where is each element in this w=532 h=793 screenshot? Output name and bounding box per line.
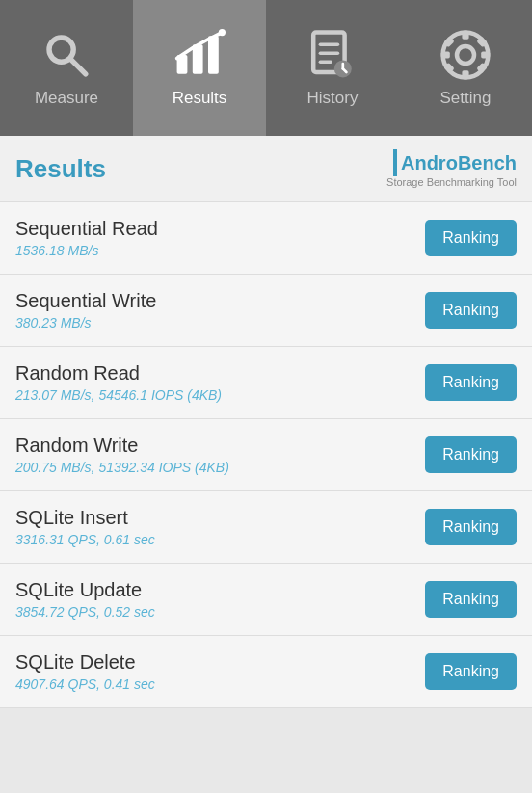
result-info: Random Read 213.07 MB/s, 54546.1 IOPS (4… bbox=[15, 362, 222, 403]
svg-point-5 bbox=[219, 29, 226, 36]
gear-icon bbox=[439, 29, 492, 81]
result-info: Sequential Read 1536.18 MB/s bbox=[15, 218, 158, 258]
nav-label-history: History bbox=[307, 89, 359, 108]
result-name: SQLite Update bbox=[15, 579, 155, 601]
brand-name: AndroBench bbox=[401, 152, 517, 174]
ranking-button[interactable]: Ranking bbox=[425, 509, 517, 545]
result-value: 200.75 MB/s, 51392.34 IOPS (4KB) bbox=[15, 460, 229, 475]
document-icon bbox=[306, 29, 359, 81]
result-info: SQLite Update 3854.72 QPS, 0.52 sec bbox=[15, 579, 155, 620]
result-value: 1536.18 MB/s bbox=[15, 243, 158, 258]
svg-rect-18 bbox=[481, 51, 490, 58]
ranking-button[interactable]: Ranking bbox=[425, 581, 517, 618]
result-value: 3316.31 QPS, 0.61 sec bbox=[15, 532, 155, 547]
svg-rect-17 bbox=[441, 51, 450, 58]
result-name: Sequential Read bbox=[15, 218, 158, 240]
result-value: 4907.64 QPS, 0.41 sec bbox=[15, 676, 155, 692]
result-info: SQLite Delete 4907.64 QPS, 0.41 sec bbox=[15, 651, 155, 692]
result-row: Random Read 213.07 MB/s, 54546.1 IOPS (4… bbox=[0, 347, 532, 419]
brand-second: Bench bbox=[458, 152, 517, 173]
nav-item-setting[interactable]: Setting bbox=[399, 0, 532, 136]
result-row: SQLite Delete 4907.64 QPS, 0.41 sec Rank… bbox=[0, 636, 532, 708]
brand-sub: Storage Benchmarking Tool bbox=[386, 176, 517, 188]
result-row: SQLite Insert 3316.31 QPS, 0.61 sec Rank… bbox=[0, 491, 532, 564]
nav-bar: Measure Results History bbox=[0, 0, 532, 136]
search-icon bbox=[40, 29, 93, 81]
ranking-button[interactable]: Ranking bbox=[425, 220, 517, 256]
result-row: Sequential Read 1536.18 MB/s Ranking bbox=[0, 202, 532, 275]
result-name: SQLite Insert bbox=[15, 507, 155, 529]
ranking-button[interactable]: Ranking bbox=[425, 292, 517, 329]
result-info: Random Write 200.75 MB/s, 51392.34 IOPS … bbox=[15, 435, 229, 475]
nav-label-measure: Measure bbox=[35, 89, 98, 108]
nav-item-results[interactable]: Results bbox=[133, 0, 266, 136]
nav-item-history[interactable]: History bbox=[266, 0, 399, 136]
results-list: Sequential Read 1536.18 MB/s Ranking Seq… bbox=[0, 202, 532, 708]
nav-label-setting: Setting bbox=[440, 89, 492, 108]
result-value: 213.07 MB/s, 54546.1 IOPS (4KB) bbox=[15, 387, 222, 403]
result-name: Sequential Write bbox=[15, 290, 156, 312]
result-row: Random Write 200.75 MB/s, 51392.34 IOPS … bbox=[0, 419, 532, 491]
svg-rect-15 bbox=[462, 30, 468, 39]
ranking-button[interactable]: Ranking bbox=[425, 653, 517, 690]
ranking-button[interactable]: Ranking bbox=[425, 436, 517, 473]
results-title: Results bbox=[15, 154, 106, 184]
result-name: SQLite Delete bbox=[15, 651, 155, 674]
result-value: 3854.72 QPS, 0.52 sec bbox=[15, 604, 155, 620]
result-value: 380.23 MB/s bbox=[15, 315, 156, 330]
nav-label-results: Results bbox=[173, 89, 227, 108]
result-info: Sequential Write 380.23 MB/s bbox=[15, 290, 156, 330]
result-name: Random Write bbox=[15, 435, 229, 457]
svg-rect-4 bbox=[208, 36, 219, 74]
result-row: Sequential Write 380.23 MB/s Ranking bbox=[0, 275, 532, 347]
result-row: SQLite Update 3854.72 QPS, 0.52 sec Rank… bbox=[0, 564, 532, 636]
nav-item-measure[interactable]: Measure bbox=[0, 0, 133, 136]
brand-logo: AndroBench Storage Benchmarking Tool bbox=[386, 149, 517, 188]
svg-line-1 bbox=[70, 58, 86, 73]
brand-first: Andro bbox=[401, 152, 458, 173]
ranking-button[interactable]: Ranking bbox=[425, 364, 517, 401]
result-name: Random Read bbox=[15, 362, 222, 384]
svg-point-13 bbox=[457, 46, 474, 64]
results-header: Results AndroBench Storage Benchmarking … bbox=[0, 136, 532, 202]
svg-rect-16 bbox=[462, 70, 468, 79]
brand-accent bbox=[393, 149, 397, 176]
chart-icon bbox=[173, 29, 226, 81]
result-info: SQLite Insert 3316.31 QPS, 0.61 sec bbox=[15, 507, 155, 547]
